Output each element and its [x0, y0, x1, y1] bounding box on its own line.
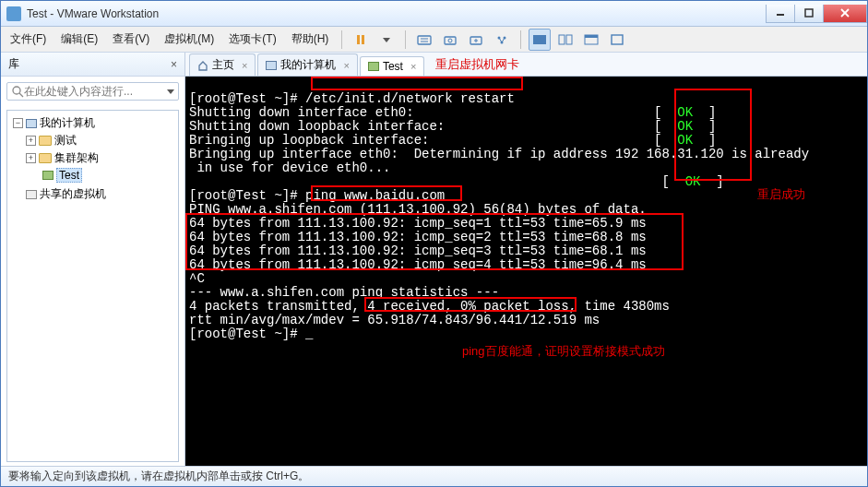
svg-rect-17 — [559, 35, 565, 44]
main-area: 主页× 我的计算机× Test× 重启虚拟机网卡 [root@Test ~]# … — [185, 53, 867, 466]
term-line: Bringing up interface eth0: Determining … — [189, 147, 638, 161]
menu-view[interactable]: 查看(V) — [107, 29, 155, 50]
menu-help[interactable]: 帮助(H) — [286, 29, 335, 50]
prompt: [root@Test ~]# — [189, 327, 305, 341]
tab-close-icon[interactable]: × — [242, 60, 247, 71]
snapshot-manager-button[interactable] — [491, 29, 513, 51]
svg-rect-4 — [357, 35, 360, 44]
term-line: rtt min/avg/max/mdev = 65.918/74.843/96.… — [189, 313, 600, 327]
computer-icon — [266, 61, 277, 70]
snapshot-button[interactable] — [439, 29, 461, 51]
status-text: 要将输入定向到该虚拟机，请在虚拟机内部单击或按 Ctrl+G。 — [8, 469, 309, 484]
library-search[interactable] — [6, 82, 179, 101]
menu-tabs[interactable]: 选项卡(T) — [223, 29, 281, 50]
tab-close-icon[interactable]: × — [343, 60, 349, 71]
tabs-bar: 主页× 我的计算机× Test× 重启虚拟机网卡 — [185, 53, 867, 77]
minimize-button[interactable] — [766, 5, 795, 23]
tree-folder-test-cn[interactable]: +测试 — [22, 132, 176, 149]
ping-reply: 64 bytes from 111.13.100.92: icmp_seq=4 … — [189, 257, 647, 272]
menu-vm[interactable]: 虚拟机(M) — [159, 29, 220, 50]
ping-reply: 64 bytes from 111.13.100.92: icmp_seq=2 … — [189, 230, 647, 244]
ok-status: OK — [677, 133, 693, 148]
power-dropdown[interactable] — [375, 29, 398, 51]
close-button[interactable] — [823, 5, 867, 23]
term-line: ^C — [189, 271, 205, 286]
ok-status: OK — [677, 119, 693, 134]
view-thumbnail-button[interactable] — [554, 29, 577, 51]
term-line: Bringing up loopback interface: — [189, 133, 429, 148]
window-controls — [767, 5, 867, 23]
cmd-network-restart: /etc/init.d/network restart — [305, 91, 515, 106]
svg-rect-10 — [445, 37, 456, 44]
annotation-ping-ok: ping百度能通，证明设置桥接模式成功 — [462, 344, 665, 358]
cmd-ping: ping www.baidu.com — [305, 188, 445, 203]
ping-reply: 64 bytes from 111.13.100.92: icmp_seq=1 … — [189, 216, 647, 231]
annotation-restart-ok: 重启成功 — [757, 187, 805, 201]
tree-vm-test[interactable]: Test — [39, 167, 176, 184]
svg-rect-7 — [418, 36, 431, 44]
view-unity-button[interactable] — [580, 29, 602, 51]
svg-rect-16 — [533, 35, 546, 44]
window-title: Test - VMware Workstation — [27, 7, 767, 20]
expand-icon[interactable]: + — [26, 136, 36, 146]
prompt: [root@Test ~]# — [189, 91, 305, 106]
library-panel: 库 × −我的计算机 +测试 +集群架构 Test 共享的虚拟机 — [1, 53, 185, 466]
search-icon — [11, 85, 24, 98]
fullscreen-button[interactable] — [606, 29, 628, 51]
library-header: 库 × — [1, 53, 184, 77]
svg-marker-24 — [167, 89, 174, 94]
menu-edit[interactable]: 编辑(E) — [55, 29, 103, 50]
svg-rect-1 — [805, 9, 813, 17]
annotation-box-cmd-restart — [311, 77, 523, 90]
cursor: _ — [305, 327, 313, 341]
folder-icon — [39, 136, 52, 146]
term-line: --- www.a.shifen.com ping statistics --- — [189, 285, 499, 300]
tab-close-icon[interactable]: × — [410, 61, 416, 72]
ok-status: OK — [685, 174, 701, 189]
vm-console[interactable]: [root@Test ~]# /etc/init.d/network resta… — [185, 77, 867, 466]
computer-icon — [26, 119, 37, 128]
svg-point-22 — [13, 87, 20, 94]
search-dropdown-icon[interactable] — [167, 88, 174, 95]
menu-file[interactable]: 文件(F) — [5, 29, 52, 50]
ping-reply: 64 bytes from 111.13.100.92: icmp_seq=3 … — [189, 244, 647, 258]
home-icon — [197, 60, 208, 71]
tab-my-computer[interactable]: 我的计算机× — [257, 53, 357, 76]
revert-snapshot-button[interactable] — [465, 29, 487, 51]
toolbar-separator — [341, 30, 342, 49]
window-titlebar: Test - VMware Workstation — [1, 1, 867, 27]
tree-root-my-computer[interactable]: −我的计算机 — [9, 114, 176, 132]
svg-rect-20 — [585, 35, 598, 38]
library-close-button[interactable]: × — [171, 58, 177, 71]
term-line: Shutting down loopback interface: — [189, 119, 445, 134]
svg-point-11 — [448, 39, 452, 42]
tree-shared-vms[interactable]: 共享的虚拟机 — [9, 185, 176, 203]
term-line: 4 packets transmitted, — [189, 299, 367, 314]
toolbar-separator-3 — [520, 30, 521, 49]
tree-folder-cluster[interactable]: +集群架构 — [22, 149, 176, 167]
app-icon — [6, 6, 21, 21]
svg-rect-18 — [566, 35, 572, 44]
menubar: 文件(F) 编辑(E) 查看(V) 虚拟机(M) 选项卡(T) 帮助(H) — [1, 27, 867, 53]
shared-vms-icon — [26, 190, 37, 199]
library-search-input[interactable] — [24, 85, 167, 98]
send-ctrl-alt-del-button[interactable] — [413, 29, 435, 51]
maximize-button[interactable] — [794, 5, 824, 23]
collapse-icon[interactable]: − — [13, 118, 23, 128]
pause-button[interactable] — [350, 29, 372, 51]
svg-line-23 — [19, 93, 23, 97]
toolbar-separator-2 — [405, 30, 406, 49]
view-console-button[interactable] — [529, 29, 551, 51]
library-title: 库 — [8, 56, 19, 72]
tab-test[interactable]: Test× — [360, 56, 424, 76]
tab-home[interactable]: 主页× — [189, 53, 256, 76]
expand-icon[interactable]: + — [26, 153, 36, 163]
prompt: [root@Test ~]# — [189, 188, 305, 203]
statusbar: 要将输入定向到该虚拟机，请在虚拟机内部单击或按 Ctrl+G。 — [1, 466, 867, 486]
folder-icon — [39, 153, 52, 163]
vm-running-icon — [368, 62, 379, 71]
vm-running-icon — [42, 171, 54, 180]
svg-rect-21 — [612, 35, 623, 44]
annotation-restart-nic: 重启虚拟机网卡 — [435, 56, 519, 73]
term-line: in use for device eth0... — [189, 160, 390, 175]
